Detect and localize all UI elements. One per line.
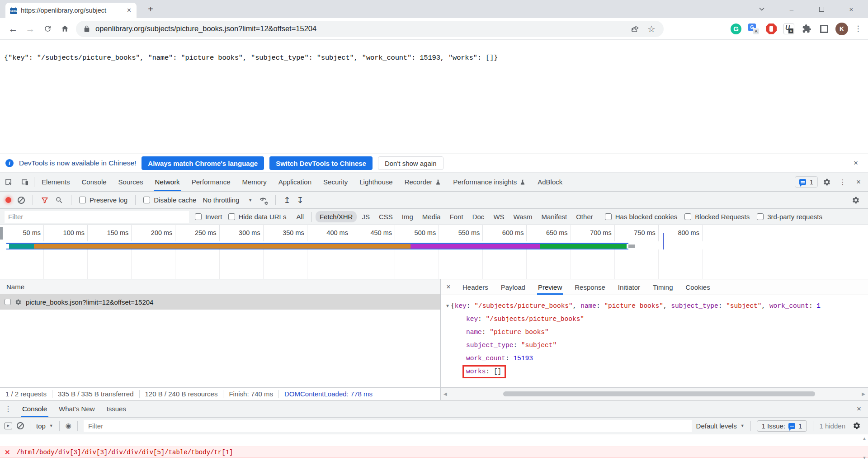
- device-toolbar-icon[interactable]: [16, 173, 33, 191]
- scroll-left-icon[interactable]: ◀: [443, 391, 447, 396]
- console-tab-console[interactable]: Console: [16, 400, 53, 417]
- filter-type-other[interactable]: Other: [572, 211, 597, 222]
- devtools-tab-elements[interactable]: Elements: [36, 173, 76, 191]
- console-prompt[interactable]: >: [0, 459, 14, 461]
- scroll-down-icon[interactable]: ▼: [863, 456, 867, 460]
- details-tab-initiator[interactable]: Initiator: [612, 279, 646, 295]
- window-minimize-button[interactable]: –: [777, 0, 807, 18]
- forward-button[interactable]: →: [22, 20, 39, 38]
- filter-type-css[interactable]: CSS: [375, 211, 397, 222]
- filter-type-doc[interactable]: Doc: [468, 211, 489, 222]
- match-language-button[interactable]: Always match Chrome's language: [142, 156, 264, 170]
- console-filter-input[interactable]: [84, 420, 692, 432]
- infobar-close-icon[interactable]: ×: [849, 159, 863, 168]
- filter-type-font[interactable]: Font: [446, 211, 467, 222]
- devtools-tab-recorder[interactable]: Recorder: [399, 173, 448, 191]
- filter-type-wasm[interactable]: Wasm: [509, 211, 537, 222]
- switch-to-chinese-button[interactable]: Switch DevTools to Chinese: [269, 156, 373, 170]
- back-button[interactable]: ←: [5, 20, 22, 38]
- timeline-left-handle[interactable]: [0, 227, 3, 240]
- window-maximize-button[interactable]: [807, 0, 836, 18]
- throttling-dropdown[interactable]: No throttling ▼: [203, 196, 252, 204]
- network-timeline-overview[interactable]: 50 ms100 ms150 ms200 ms250 ms300 ms350 m…: [0, 225, 868, 279]
- translate-extension-icon[interactable]: GA: [747, 22, 760, 36]
- reload-button[interactable]: [39, 20, 56, 38]
- clear-network-log-icon[interactable]: [18, 197, 25, 204]
- filter-type-js[interactable]: JS: [358, 211, 374, 222]
- live-expression-eye-icon[interactable]: ◉: [66, 422, 71, 430]
- scroll-right-icon[interactable]: ▶: [862, 391, 865, 396]
- scrollbar-thumb[interactable]: [503, 391, 815, 396]
- share-icon[interactable]: [631, 24, 639, 33]
- drawer-menu-icon[interactable]: ⋮: [0, 400, 16, 417]
- adblock-extension-icon[interactable]: [764, 22, 778, 36]
- network-search-icon[interactable]: [55, 196, 63, 204]
- filter-type-manifest[interactable]: Manifest: [538, 211, 571, 222]
- devtools-tab-lighthouse[interactable]: Lighthouse: [354, 173, 398, 191]
- details-tab-timing[interactable]: Timing: [646, 279, 679, 295]
- filter-type-media[interactable]: Media: [418, 211, 445, 222]
- devtools-tab-sources[interactable]: Sources: [113, 173, 149, 191]
- details-tab-headers[interactable]: Headers: [456, 279, 495, 295]
- drawer-close-icon[interactable]: ×: [850, 400, 868, 417]
- details-tab-response[interactable]: Response: [568, 279, 612, 295]
- browser-tab[interactable]: OPEN https://openlibrary.org/subject ×: [5, 3, 137, 18]
- filter-type-ws[interactable]: WS: [489, 211, 508, 222]
- console-sidebar-toggle-icon[interactable]: ▶: [5, 423, 12, 429]
- devtools-tab-memory[interactable]: Memory: [236, 173, 273, 191]
- console-settings-gear-icon[interactable]: [850, 419, 863, 433]
- timeline-overview-bar[interactable]: [6, 243, 628, 249]
- scroll-up-icon[interactable]: ▲: [863, 436, 867, 441]
- filter-funnel-icon[interactable]: [41, 196, 49, 204]
- third-party-requests-checkbox[interactable]: 3rd-party requests: [757, 213, 822, 221]
- console-tab-issues[interactable]: Issues: [101, 400, 132, 417]
- devtools-settings-gear-icon[interactable]: [820, 175, 834, 189]
- network-filter-input[interactable]: [5, 211, 189, 223]
- new-tab-button[interactable]: +: [145, 3, 156, 15]
- details-close-icon[interactable]: ×: [441, 279, 456, 295]
- extensions-puzzle-icon[interactable]: [800, 22, 813, 36]
- devtools-tab-adblock[interactable]: AdBlock: [532, 173, 568, 191]
- request-row[interactable]: picture_books.json?limit=12&offset=15204: [0, 294, 440, 310]
- devtools-tab-network[interactable]: Network: [149, 173, 186, 191]
- blocked-requests-checkbox[interactable]: Blocked Requests: [684, 213, 750, 221]
- filter-type-all[interactable]: All: [292, 211, 308, 222]
- json-entry-key[interactable]: key: "/subjects/picture_books": [466, 313, 868, 326]
- preserve-log-checkbox[interactable]: Preserve log: [79, 196, 127, 204]
- details-horizontal-scrollbar[interactable]: ◀ ▶: [441, 388, 868, 400]
- devtools-tab-performance[interactable]: Performance: [186, 173, 236, 191]
- json-entry-subject-type[interactable]: subject_type: "subject": [466, 339, 868, 352]
- context-selector-dropdown[interactable]: top ▼: [36, 422, 53, 430]
- details-tab-cookies[interactable]: Cookies: [679, 279, 716, 295]
- home-button[interactable]: [56, 20, 73, 38]
- disable-cache-checkbox[interactable]: Disable cache: [143, 196, 196, 204]
- record-network-log-button[interactable]: [5, 197, 11, 203]
- json-entry-works[interactable]: works: []: [466, 365, 868, 378]
- issues-counter-chip[interactable]: 1: [795, 176, 818, 188]
- devtools-menu-icon[interactable]: ⋮: [836, 175, 849, 189]
- tab-close-icon[interactable]: ×: [126, 6, 132, 14]
- has-blocked-cookies-checkbox[interactable]: Has blocked cookies: [605, 213, 678, 221]
- request-table-header[interactable]: Name: [0, 279, 440, 294]
- console-issues-chip[interactable]: 1 Issue: 1: [757, 420, 807, 432]
- dont-show-again-button[interactable]: Don't show again: [378, 156, 443, 170]
- network-conditions-icon[interactable]: [259, 196, 268, 205]
- console-vertical-scrollbar[interactable]: ▲ ▼: [862, 436, 867, 460]
- bookmark-star-icon[interactable]: ☆: [647, 24, 656, 33]
- request-checkbox[interactable]: [5, 299, 11, 305]
- filter-type-img[interactable]: Img: [398, 211, 417, 222]
- expand-triangle-icon[interactable]: ▼: [446, 300, 449, 313]
- network-settings-gear-icon[interactable]: [849, 193, 863, 207]
- devtools-close-icon[interactable]: ×: [852, 175, 865, 189]
- json-entry-work-count[interactable]: work_count: 15193: [466, 352, 868, 365]
- import-har-icon[interactable]: ↥: [283, 196, 290, 204]
- export-har-icon[interactable]: ↧: [297, 196, 303, 204]
- devtools-tab-application[interactable]: Application: [273, 173, 317, 191]
- details-tab-preview[interactable]: Preview: [532, 279, 568, 295]
- default-levels-dropdown[interactable]: Default levels ▼: [696, 422, 745, 430]
- filter-type-fetch-xhr[interactable]: Fetch/XHR: [316, 211, 357, 222]
- browser-menu-icon[interactable]: ⋮: [853, 24, 863, 33]
- url-text[interactable]: openlibrary.org/subjects/picture_books.j…: [95, 24, 626, 33]
- window-menu-chevron-icon[interactable]: [747, 0, 777, 18]
- console-tab-what-s-new[interactable]: What's New: [53, 400, 101, 417]
